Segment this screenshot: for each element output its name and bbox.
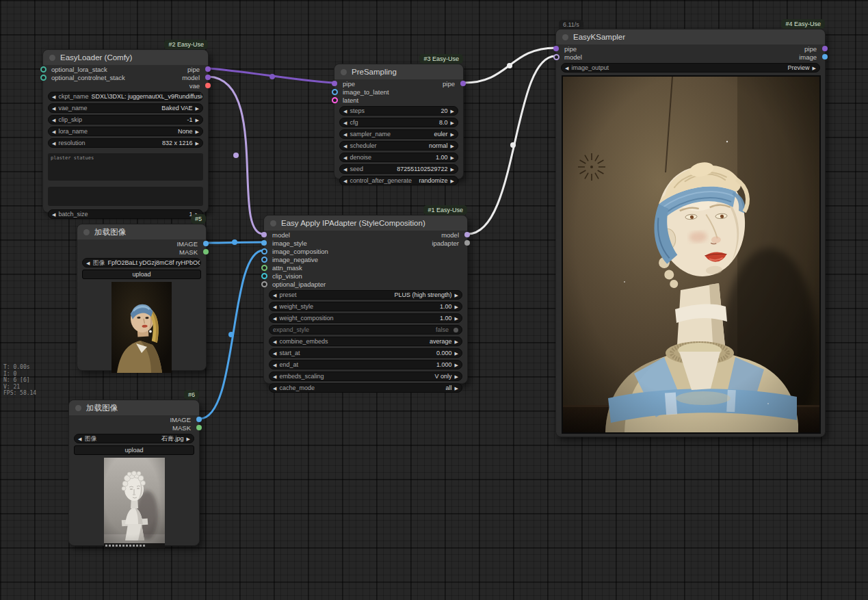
next-arrow-icon[interactable]: ▶ [451,132,454,137]
comfyui-graph-canvas[interactable]: T: 0.00s I: 0 N: 6 [6] V: 21 FPS: 58.14 … [0,0,868,600]
prev-arrow-icon[interactable]: ◀ [52,94,55,99]
prev-arrow-icon[interactable]: ◀ [343,120,347,125]
next-arrow-icon[interactable]: ▶ [451,179,454,183]
prev-arrow-icon[interactable]: ◀ [343,144,347,148]
prev-arrow-icon[interactable]: ◀ [52,212,55,217]
node-ksampler[interactable]: 6.11/s #4 Easy-Use EasyKSampler pipe pip… [555,29,826,437]
prev-arrow-icon[interactable]: ◀ [343,132,347,137]
next-arrow-icon[interactable]: ▶ [196,106,199,111]
collapse-dot-icon[interactable] [562,34,568,40]
widget-image-file[interactable]: ◀ 图像 FpfO2BaLt yDGzj8mC8f ryHPbOO... ▶ [82,258,201,268]
widget-denoise[interactable]: ◀ denoise 1.00 ▶ [339,153,458,162]
input-slot-optional-ipadapter[interactable] [261,281,267,287]
input-slot-pipe[interactable] [332,81,337,86]
node-ipadapter[interactable]: #1 Easy-Use Easy Apply IPAdapter (StyleC… [263,215,468,384]
output-slot-image[interactable] [203,241,209,246]
output-slot-mask[interactable] [203,249,209,255]
input-slot-optional-controlnet-stack[interactable] [40,75,47,81]
toggle-knob-icon[interactable] [453,328,458,332]
input-slot-clip-vision[interactable] [261,273,267,279]
next-arrow-icon[interactable]: ▶ [187,436,190,441]
prev-arrow-icon[interactable]: ◀ [52,106,55,111]
widget-cfg[interactable]: ◀ cfg 8.0 ▶ [339,118,458,127]
prev-arrow-icon[interactable]: ◀ [565,66,568,70]
next-arrow-icon[interactable]: ▶ [455,316,458,321]
prev-arrow-icon[interactable]: ◀ [273,374,276,379]
widget-lora-name[interactable]: ◀ lora_name None ▶ [48,127,203,136]
loaded-style-image[interactable] [111,282,172,373]
node-title-bar[interactable]: Easy Apply IPAdapter (StyleComposition) [264,216,467,231]
widget-preset[interactable]: ◀ preset PLUS (high strength) ▶ [269,290,462,300]
output-slot-pipe[interactable] [822,46,828,51]
prev-arrow-icon[interactable]: ◀ [343,167,347,172]
widget-ckpt-name[interactable]: ◀ ckpt_name SDXL\3DXL: juggernautXL_v9Ru… [48,92,203,101]
widget-weight-composition[interactable]: ◀ weight_composition 1.00 ▶ [269,313,462,323]
widget-end-at[interactable]: ◀ end_at 1.000 ▶ [269,360,462,369]
input-slot-image-composition[interactable] [261,248,267,255]
negative-prompt-textarea[interactable] [48,187,203,206]
widget-clip-skip[interactable]: ◀ clip_skip -1 ▶ [48,115,203,125]
node-title-bar[interactable]: EasyLoader (Comfy) [43,50,208,65]
input-slot-image-style[interactable] [261,240,267,246]
next-arrow-icon[interactable]: ▶ [455,293,458,298]
prev-arrow-icon[interactable]: ◀ [343,109,347,114]
next-arrow-icon[interactable]: ▶ [455,304,458,309]
widget-seed[interactable]: ◀ seed 872551102529722 ▶ [339,164,458,174]
next-arrow-icon[interactable]: ▶ [455,363,458,367]
node-easyloader[interactable]: #2 Easy-Use EasyLoader (Comfy) optional_… [42,49,209,213]
prev-arrow-icon[interactable]: ◀ [273,386,276,391]
widget-vae-name[interactable]: ◀ vae_name Baked VAE ▶ [48,103,203,113]
node-title-bar[interactable]: 加载图像 [69,400,199,415]
upload-button[interactable]: upload [74,445,194,455]
input-slot-optional-lora-stack[interactable] [40,66,47,73]
node-title-bar[interactable]: PreSampling [334,64,463,79]
generated-preview-image[interactable] [562,75,821,434]
input-slot-attn-mask[interactable] [261,265,267,271]
widget-image-file[interactable]: ◀ 图像 石膏.jpg ▶ [74,434,194,443]
prev-arrow-icon[interactable]: ◀ [273,363,276,367]
node-title-bar[interactable]: EasyKSampler [556,29,825,44]
widget-sampler-name[interactable]: ◀ sampler_name euler ▶ [339,129,458,139]
node-title-bar[interactable]: 加载图像 [77,224,206,239]
prev-arrow-icon[interactable]: ◀ [52,129,55,134]
node-load-image-style[interactable]: #5 加载图像 IMAGE MASK ◀ 图像 FpfO2BaLt yDGzj8… [77,224,207,371]
widget-cache-mode[interactable]: ◀ cache_mode all ▶ [269,383,462,393]
widget-steps[interactable]: ◀ steps 20 ▶ [339,106,458,116]
widget-resolution[interactable]: ◀ resolution 832 x 1216 ▶ [48,138,203,148]
next-arrow-icon[interactable]: ▶ [196,141,199,146]
collapse-dot-icon[interactable] [83,229,90,235]
prev-arrow-icon[interactable]: ◀ [86,261,90,265]
prev-arrow-icon[interactable]: ◀ [78,436,81,441]
input-slot-image-to-latent[interactable] [332,89,338,95]
output-slot-vae[interactable] [205,83,211,88]
prev-arrow-icon[interactable]: ◀ [273,293,276,298]
next-arrow-icon[interactable]: ▶ [196,129,199,134]
input-slot-pipe[interactable] [553,46,559,51]
output-slot-model[interactable] [464,232,470,237]
output-slot-image[interactable] [822,54,828,60]
prev-arrow-icon[interactable]: ◀ [273,304,276,309]
prev-arrow-icon[interactable]: ◀ [52,141,55,146]
output-slot-pipe[interactable] [460,81,466,86]
input-slot-model[interactable] [553,54,560,60]
collapse-dot-icon[interactable] [49,55,55,61]
output-slot-pipe[interactable] [205,66,211,72]
node-load-image-composition[interactable]: #6 加载图像 IMAGE MASK ◀ 图像 石膏.jpg ▶ upload [68,400,200,546]
input-slot-model[interactable] [261,232,267,237]
collapse-dot-icon[interactable] [75,405,81,411]
next-arrow-icon[interactable]: ▶ [451,144,454,148]
input-slot-latent[interactable] [332,97,338,103]
next-arrow-icon[interactable]: ▶ [813,66,816,70]
collapse-dot-icon[interactable] [341,69,347,75]
next-arrow-icon[interactable]: ▶ [451,120,454,125]
widget-control-after-generate[interactable]: ◀ control_after_generate randomize ▶ [339,176,458,185]
widget-expand-style-toggle[interactable]: expand_style false [269,325,462,335]
node-presampling[interactable]: #3 Easy-Use PreSampling pipe pipe image_… [334,64,464,179]
widget-batch-size[interactable]: ◀ batch_size 1 ▶ [48,209,203,219]
prev-arrow-icon[interactable]: ◀ [52,118,55,122]
input-slot-image-negative[interactable] [261,257,267,263]
output-slot-image[interactable] [196,417,202,422]
loaded-composition-image[interactable] [104,458,165,548]
prev-arrow-icon[interactable]: ◀ [343,155,347,160]
next-arrow-icon[interactable]: ▶ [455,386,458,391]
